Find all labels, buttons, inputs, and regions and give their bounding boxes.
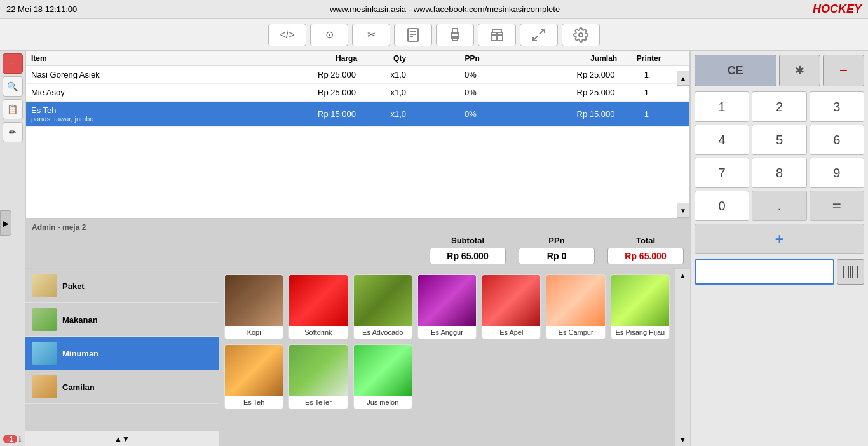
toolbar-scissors-btn[interactable]: ✂ — [352, 24, 390, 46]
product-img — [354, 345, 412, 396]
numpad-2[interactable]: 2 — [752, 91, 806, 122]
category-thumb — [32, 274, 57, 297]
badge-area: -1 ℹ — [3, 435, 22, 443]
numpad-minus-btn[interactable]: − — [823, 55, 864, 86]
category-item-makanan[interactable]: Makanan — [25, 303, 219, 337]
numpad-dot[interactable]: . — [752, 191, 806, 221]
numpad-ce-btn[interactable]: CE — [695, 55, 776, 86]
toolbar-settings-btn[interactable] — [562, 24, 600, 46]
order-row-printer: 1 — [621, 109, 672, 119]
product-card-jus-melon[interactable]: Jus melon — [353, 344, 412, 409]
search-btn[interactable]: 🔍 — [3, 76, 23, 97]
numpad-0[interactable]: 0 — [695, 191, 749, 221]
product-card-es-teh[interactable]: Es Teh — [224, 344, 283, 409]
edit-btn[interactable]: ✏ — [3, 122, 23, 142]
category-scroll-up[interactable]: ▲ — [114, 435, 122, 443]
order-row-jumlah: Rp 25.000 — [506, 88, 621, 97]
products-scroll-up[interactable]: ▲ — [675, 269, 690, 282]
product-img — [546, 275, 604, 326]
product-card-softdrink[interactable]: Softdrink — [288, 274, 348, 339]
total-label: Total — [636, 236, 655, 245]
col-printer: Printer — [623, 54, 674, 63]
numpad-barcode-btn[interactable] — [837, 259, 864, 285]
products-grid-container: Kopi Softdrink Es Advocado Es Anggur Es … — [219, 269, 675, 446]
products-scroll-down[interactable]: ▼ — [675, 433, 690, 446]
numpad-display[interactable] — [695, 259, 834, 285]
numpad-4[interactable]: 4 — [695, 125, 749, 155]
product-name: Jus melon — [365, 396, 400, 409]
category-item-minuman[interactable]: Minuman — [25, 337, 219, 370]
numpad-8[interactable]: 8 — [752, 158, 806, 188]
product-name: Es Advocado — [361, 326, 404, 339]
toolbar-code-btn[interactable]: </> — [268, 24, 306, 46]
svg-line-11 — [540, 29, 545, 34]
product-name: Es Apel — [498, 326, 524, 339]
order-badge: -1 — [3, 435, 17, 443]
order-section: Item Harga Qty PPn Jumlah Printer Nasi G… — [25, 51, 690, 446]
remove-btn[interactable]: − — [3, 53, 23, 74]
order-row[interactable]: Es Teh panas, tawar, jumbo Rp 15.000 x1,… — [26, 102, 689, 127]
numpad-9[interactable]: 9 — [810, 158, 864, 188]
svg-rect-19 — [855, 266, 855, 278]
svg-point-13 — [579, 33, 583, 37]
order-row-printer: 1 — [621, 70, 672, 79]
product-name: Es Anggur — [430, 326, 465, 339]
order-row-harga: Rp 25.000 — [248, 88, 362, 97]
svg-rect-5 — [452, 29, 458, 33]
col-qty: Qty — [363, 54, 436, 63]
totals-row: Subtotal Rp 65.000 PPn Rp 0 Total Rp 65.… — [32, 236, 684, 264]
total-value: Rp 65.000 — [607, 248, 684, 264]
product-card-es-advocado[interactable]: Es Advocado — [353, 274, 412, 339]
category-scroll-down[interactable]: ▼ — [122, 435, 130, 443]
expand-arrow[interactable]: ▶ — [0, 210, 11, 236]
products-panel: Kopi Softdrink Es Advocado Es Anggur Es … — [219, 269, 690, 446]
category-item-camilan[interactable]: Camilan — [25, 370, 219, 404]
numpad-plus[interactable]: + — [695, 224, 864, 254]
toolbar-table-btn[interactable] — [478, 24, 516, 46]
category-scroll-ctrl: ▲ ▼ — [25, 431, 219, 446]
svg-rect-17 — [850, 266, 851, 278]
svg-rect-10 — [492, 29, 501, 32]
numpad-7[interactable]: 7 — [695, 158, 749, 188]
category-name: Minuman — [62, 349, 98, 358]
svg-rect-20 — [857, 266, 858, 278]
subtotal-value: Rp 65.000 — [430, 248, 506, 264]
ppn-group: PPn Rp 0 — [519, 236, 595, 264]
header-logo: HOCKEY — [813, 3, 862, 16]
copy-btn[interactable]: 📋 — [3, 99, 23, 119]
category-item-paket[interactable]: Paket — [25, 269, 219, 303]
toolbar-print-btn[interactable] — [436, 24, 474, 46]
order-row-item: Mie Asoy — [31, 88, 248, 97]
product-name: Es Pisang Hijau — [614, 326, 667, 339]
order-row-harga: Rp 15.000 — [248, 109, 362, 119]
order-row-printer: 1 — [621, 88, 672, 97]
product-card-kopi[interactable]: Kopi — [224, 274, 283, 339]
order-row-qty: x1,0 — [362, 109, 435, 119]
toolbar-expand-btn[interactable] — [520, 24, 558, 46]
product-card-es-pisang-hijau[interactable]: Es Pisang Hijau — [611, 274, 670, 339]
numpad-equals[interactable]: = — [810, 191, 864, 221]
numpad-6[interactable]: 6 — [810, 125, 864, 155]
order-row[interactable]: Nasi Goreng Asiek Rp 25.000 x1,0 0% Rp 2… — [26, 66, 689, 84]
product-card-es-anggur[interactable]: Es Anggur — [417, 274, 477, 339]
toolbar-receipt-btn[interactable] — [394, 24, 432, 46]
order-scroll-up[interactable]: ▲ — [677, 71, 689, 86]
order-row[interactable]: Mie Asoy Rp 25.000 x1,0 0% Rp 25.000 1 — [26, 84, 689, 102]
product-card-es-campur[interactable]: Es Campur — [546, 274, 605, 339]
header-time: 22 Mei 18 12:11:00 — [6, 4, 77, 14]
product-img — [611, 275, 669, 326]
order-body: Nasi Goreng Asiek Rp 25.000 x1,0 0% Rp 2… — [26, 66, 689, 213]
numpad-5[interactable]: 5 — [752, 125, 806, 155]
numpad-star-btn[interactable]: ✱ — [779, 55, 820, 86]
subtotal-label: Subtotal — [451, 236, 484, 245]
order-row-ppn: 0% — [435, 88, 507, 97]
product-card-es-teller[interactable]: Es Teller — [288, 344, 348, 409]
toolbar-circle-btn[interactable]: ⊙ — [310, 24, 348, 46]
product-card-es-apel[interactable]: Es Apel — [482, 274, 541, 339]
order-scroll-down[interactable]: ▼ — [677, 203, 689, 218]
order-row-subtitle: panas, tawar, jumbo — [31, 115, 248, 123]
categories-panel: Paket Makanan Minuman Camilan ▲ ▼ — [25, 269, 219, 446]
numpad-3[interactable]: 3 — [810, 91, 864, 122]
numpad-1[interactable]: 1 — [695, 91, 749, 122]
col-ppn: PPn — [436, 54, 508, 63]
